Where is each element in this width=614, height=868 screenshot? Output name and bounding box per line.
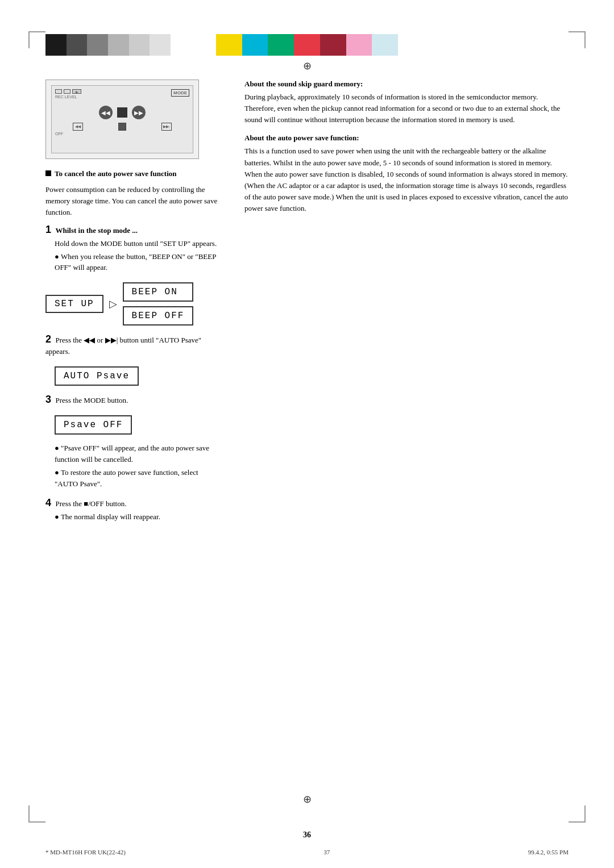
psave-off-lcd: Psave OFF: [55, 415, 132, 435]
step-4: 4 Press the ■/OFF button. The normal dis…: [45, 497, 222, 523]
step-1-body: Hold down the MODE button until "SET UP"…: [45, 238, 222, 249]
reg-mark-bl: [28, 806, 45, 823]
beep-options: BEEP ON BEEP OFF: [123, 281, 194, 327]
page-number: 36: [303, 831, 311, 840]
color-bar: [320, 34, 346, 56]
rec-level-label: REC LEVEL: [55, 95, 77, 99]
arrow-icon: ▷: [109, 298, 117, 310]
footer-right: 99.4.2, 0:55 PM: [528, 849, 569, 856]
device-diagram: ▶ REC LEVEL MODE ◀◀ ▶▶: [51, 85, 193, 153]
step-1-title: Whilst in the stop mode ...: [56, 226, 138, 235]
right-column: About the sound skip guard memory: Durin…: [244, 80, 569, 531]
color-bar: [268, 34, 294, 56]
left-column: ▶ REC LEVEL MODE ◀◀ ▶▶: [45, 80, 222, 531]
color-bar: [216, 34, 242, 56]
two-column-layout: ▶ REC LEVEL MODE ◀◀ ▶▶: [45, 80, 569, 531]
color-bar: [108, 34, 129, 56]
footer-center: 37: [323, 849, 330, 856]
section-heading-text: To cancel the auto power save function: [55, 169, 177, 178]
step-4-number: 4: [45, 497, 51, 508]
step-2-body: Press the ◀◀ or ▶▶| button until "AUTO P…: [45, 336, 201, 356]
intro-body: Power consumption can be reduced by cont…: [45, 184, 222, 218]
right-body-2: This is a function used to save power wh…: [244, 145, 569, 214]
step-3-number: 3: [45, 394, 51, 405]
color-bar: [87, 34, 108, 56]
color-bars-right: [216, 34, 398, 56]
right-heading-2: About the auto power save function:: [244, 133, 569, 143]
right-heading-1: About the sound skip guard memory:: [244, 80, 569, 89]
color-bar: [45, 34, 67, 56]
step-1: 1 Whilst in the stop mode ... Hold down …: [45, 224, 222, 273]
auto-psave-lcd: AUTO Psave: [55, 366, 139, 386]
color-bar: [67, 34, 88, 56]
crosshair-top: ⊕: [303, 60, 312, 72]
right-body-1: During playback, approximately 10 second…: [244, 91, 569, 126]
color-bar: [150, 34, 171, 56]
beep-off-lcd: BEEP OFF: [123, 306, 194, 326]
mode-label: MODE: [171, 89, 189, 97]
device-image: ▶ REC LEVEL MODE ◀◀ ▶▶: [45, 80, 199, 159]
color-bar: [346, 34, 372, 56]
page-content: ▶ REC LEVEL MODE ◀◀ ▶▶: [45, 80, 569, 811]
psave-bullet-1: "Psave OFF" will appear, and the auto po…: [45, 443, 222, 465]
reg-mark-br: [569, 806, 586, 823]
bullet-square-icon: [45, 170, 51, 176]
section-heading: To cancel the auto power save function: [45, 169, 222, 178]
footer: * MD-MT16H FOR UK(22-42) 37 99.4.2, 0:55…: [45, 849, 569, 856]
color-bar: [129, 34, 150, 56]
step-4-body: Press the ■/OFF button.: [56, 499, 127, 508]
color-bar: [242, 34, 268, 56]
psave-bullet-2: To restore the auto power save function,…: [45, 467, 222, 489]
step-1-number: 1: [45, 224, 51, 235]
step-3-body: Press the MODE button.: [56, 396, 128, 404]
color-bars-left: [45, 34, 171, 56]
step-2-number: 2: [45, 333, 51, 345]
beep-on-lcd: BEEP ON: [123, 282, 194, 302]
setup-lcd: SET UP: [45, 295, 103, 313]
device-top-row: ▶ REC LEVEL MODE: [55, 89, 189, 99]
color-bar: [372, 34, 398, 56]
step-4-bullet: The normal display will reappear.: [45, 511, 222, 523]
color-bar: [294, 34, 320, 56]
off-label: OFF: [55, 132, 63, 136]
lcd-group-setup: SET UP ▷ BEEP ON BEEP OFF: [45, 281, 222, 327]
step-2: 2 Press the ◀◀ or ▶▶| button until "AUTO…: [45, 333, 222, 357]
step-1-bullet: When you release the button, "BEEP ON" o…: [45, 251, 222, 273]
step-3: 3 Press the MODE button.: [45, 394, 222, 406]
footer-left: * MD-MT16H FOR UK(22-42): [45, 849, 126, 856]
color-bars: [0, 34, 614, 56]
